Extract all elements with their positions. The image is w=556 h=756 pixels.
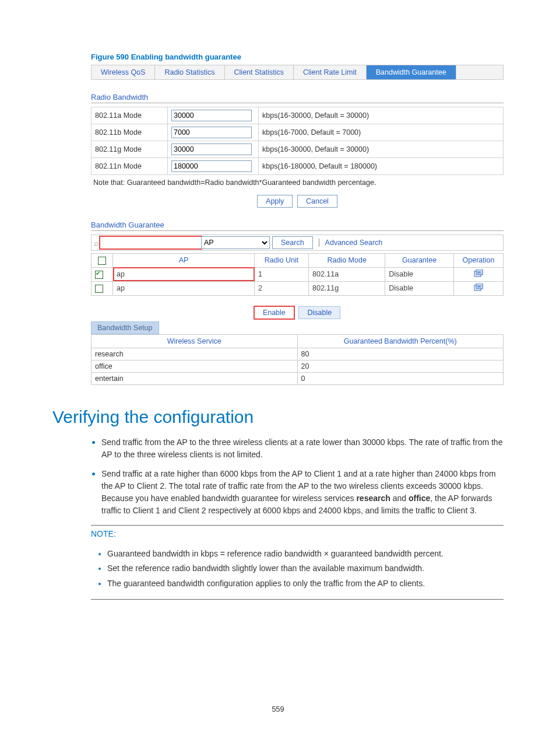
search-row: ⌕ AP Search Advanced Search — [91, 235, 504, 251]
mode-80211g-input[interactable] — [171, 144, 252, 155]
row-checkbox[interactable] — [95, 271, 103, 279]
note-title: NOTE: — [91, 529, 504, 538]
col-guaranteed-percent: Guaranteed Bandwidth Percent(%) — [297, 334, 504, 348]
bandwidth-guarantee-title: Bandwidth Guarantee — [91, 220, 504, 229]
page-number: 559 — [52, 705, 504, 713]
mode-label: 802.11g Mode — [92, 141, 168, 158]
mode-label: 802.11n Mode — [92, 158, 168, 175]
list-item: The guaranteed bandwidth configuration a… — [107, 576, 504, 591]
table-row: 802.11n Mode kbps(16-180000, Default = 1… — [92, 158, 504, 175]
note-section: NOTE: Guaranteed bandwidth in kbps = ref… — [91, 525, 504, 600]
pct-cell: 80 — [297, 348, 504, 360]
col-radio-mode: Radio Mode — [309, 254, 385, 268]
verifying-heading: Verifying the configuration — [52, 407, 504, 427]
radio-bandwidth-table: 802.11a Mode kbps(16-30000, Default = 30… — [91, 107, 504, 175]
mode-hint: kbps(16-7000, Default = 7000) — [259, 124, 504, 141]
list-item: Send traffic from the AP to the three wi… — [101, 435, 504, 461]
advanced-search-link[interactable]: Advanced Search — [319, 239, 383, 247]
tab-bar: Wireless QoS Radio Statistics Client Sta… — [91, 65, 504, 80]
tab-bandwidth-guarantee[interactable]: Bandwidth Guarantee — [367, 65, 456, 79]
ws-cell: office — [92, 360, 298, 372]
col-operation: Operation — [454, 254, 504, 268]
ws-cell: entertain — [92, 372, 298, 384]
ws-cell: research — [92, 348, 298, 360]
tab-client-rate-limit[interactable]: Client Rate Limit — [294, 65, 367, 79]
list-item: Guaranteed bandwidth in kbps = reference… — [107, 547, 504, 561]
mode-label: 802.11a Mode — [92, 107, 168, 124]
select-all-checkbox[interactable] — [98, 257, 106, 265]
tab-client-statistics[interactable]: Client Statistics — [225, 65, 294, 79]
ap-cell: ap — [113, 267, 255, 281]
guarantee-cell: Disable — [385, 281, 454, 295]
col-ap: AP — [113, 254, 255, 268]
table-row: ap 1 802.11a Disable — [92, 267, 504, 281]
mode-80211a-input[interactable] — [171, 110, 252, 121]
note-list: Guaranteed bandwidth in kbps = reference… — [91, 547, 504, 591]
search-select[interactable]: AP — [201, 236, 270, 249]
mode-hint: kbps(16-30000, Default = 30000) — [259, 107, 504, 124]
table-row: research 80 — [92, 348, 504, 360]
tab-wireless-qos[interactable]: Wireless QoS — [92, 65, 155, 79]
table-row: 802.11a Mode kbps(16-30000, Default = 30… — [92, 107, 504, 124]
edit-icon[interactable] — [474, 284, 483, 293]
bandwidth-setup-tab[interactable]: Bandwidth Setup — [91, 321, 159, 334]
radio-bandwidth-title: Radio Bandwidth — [91, 93, 504, 102]
apply-button[interactable]: Apply — [257, 195, 293, 208]
guarantee-table: AP Radio Unit Radio Mode Guarantee Opera… — [91, 253, 504, 296]
pct-cell: 0 — [297, 372, 504, 384]
pct-cell: 20 — [297, 360, 504, 372]
radio-unit-cell: 1 — [255, 267, 309, 281]
tab-radio-statistics[interactable]: Radio Statistics — [155, 65, 224, 79]
search-icon: ⌕ — [94, 239, 98, 247]
mode-80211n-input[interactable] — [171, 160, 252, 172]
row-checkbox[interactable] — [95, 285, 103, 293]
figure-caption: Figure 590 Enabling bandwidth guarantee — [91, 52, 504, 61]
divider — [91, 525, 504, 526]
radio-mode-cell: 802.11a — [309, 267, 385, 281]
ap-cell: ap — [113, 281, 255, 295]
divider — [91, 599, 504, 600]
search-button[interactable]: Search — [272, 236, 313, 249]
bandwidth-setup-table: Wireless Service Guaranteed Bandwidth Pe… — [91, 334, 504, 385]
radio-bandwidth-note: Note that: Guaranteed bandwidth=Radio ba… — [91, 175, 504, 190]
table-row: office 20 — [92, 360, 504, 372]
col-radio-unit: Radio Unit — [255, 254, 309, 268]
mode-80211b-input[interactable] — [171, 127, 252, 138]
list-item: Send traffic at a rate higher than 6000 … — [101, 467, 504, 517]
mode-hint: kbps(16-180000, Default = 180000) — [259, 158, 504, 175]
table-row: 802.11g Mode kbps(16-30000, Default = 30… — [92, 141, 504, 158]
divider — [91, 103, 504, 103]
enable-button[interactable]: Enable — [254, 306, 294, 319]
table-row: 802.11b Mode kbps(16-7000, Default = 700… — [92, 124, 504, 141]
col-wireless-service: Wireless Service — [92, 334, 298, 348]
mode-hint: kbps(16-30000, Default = 30000) — [259, 141, 504, 158]
edit-icon[interactable] — [474, 270, 483, 279]
guarantee-cell: Disable — [385, 267, 454, 281]
radio-mode-cell: 802.11g — [309, 281, 385, 295]
disable-button[interactable]: Disable — [298, 306, 340, 319]
cancel-button[interactable]: Cancel — [297, 195, 337, 208]
search-input[interactable] — [100, 236, 202, 249]
divider — [91, 230, 504, 231]
verify-bullets: Send traffic from the AP to the three wi… — [52, 435, 504, 517]
table-row: entertain 0 — [92, 372, 504, 384]
mode-label: 802.11b Mode — [92, 124, 168, 141]
table-row: ap 2 802.11g Disable — [92, 281, 504, 295]
radio-unit-cell: 2 — [255, 281, 309, 295]
list-item: Set the reference radio bandwidth slight… — [107, 561, 504, 576]
col-guarantee: Guarantee — [385, 254, 454, 268]
